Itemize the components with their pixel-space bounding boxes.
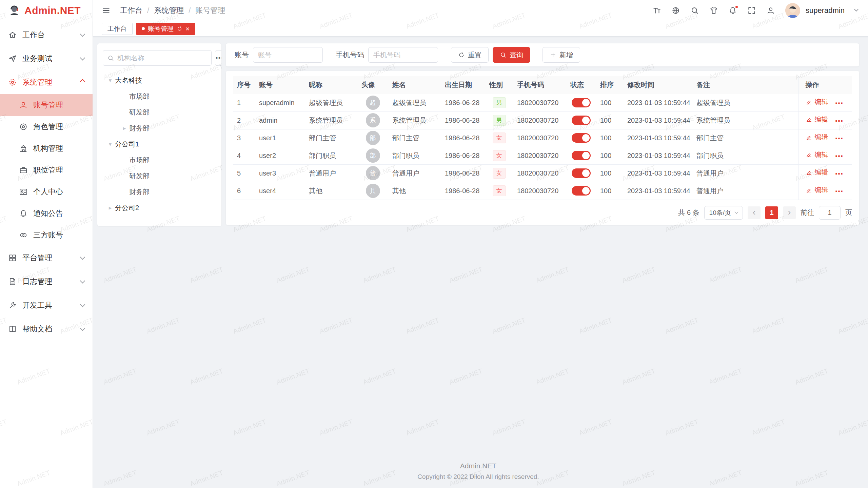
edit-button-label: 编辑 — [815, 150, 828, 159]
caret-down-icon[interactable]: ▾ — [105, 141, 115, 148]
status-toggle[interactable] — [572, 168, 591, 178]
sidebar-item-platform-management[interactable]: 平台管理 — [0, 246, 93, 270]
app-logo[interactable]: Admin.NET — [0, 0, 93, 21]
prev-page-button[interactable]: ‹ — [748, 206, 761, 219]
submenu-system-management: 账号管理角色管理机构管理职位管理个人中心通知公告三方账号 — [0, 94, 93, 246]
more-actions-icon[interactable]: ⋯ — [835, 151, 843, 161]
sidebar-item-business-test[interactable]: 业务测试 — [0, 47, 93, 70]
breadcrumb-item-system-management[interactable]: 系统管理 — [154, 5, 184, 16]
org-search-input[interactable] — [117, 54, 207, 62]
close-icon[interactable]: × — [185, 25, 190, 32]
more-actions-icon[interactable]: ⋯ — [835, 169, 843, 178]
fullscreen-icon[interactable] — [747, 6, 756, 15]
tree-node[interactable]: ▾大名科技 — [103, 73, 216, 88]
hamburger-menu-icon[interactable] — [102, 6, 111, 15]
sidebar-item-role-management[interactable]: 角色管理 — [0, 116, 93, 138]
caret-down-icon[interactable]: ▾ — [105, 77, 115, 84]
edit-button[interactable]: 编辑 — [806, 133, 828, 142]
tree-node[interactable]: 研发部 — [103, 168, 216, 184]
caret-right-icon[interactable]: ▸ — [120, 125, 129, 132]
edit-button[interactable]: 编辑 — [806, 185, 828, 195]
org-tree: ▾大名科技市场部研发部▸财务部▾分公司1市场部研发部财务部▸分公司2 — [103, 73, 216, 216]
cell-phone: 18020030720 — [513, 111, 566, 129]
user-icon[interactable] — [766, 6, 775, 15]
sidebar-item-system-management[interactable]: 系统管理 — [0, 70, 93, 94]
cell-account: user2 — [255, 147, 305, 164]
page-number-button[interactable]: 1 — [765, 206, 778, 219]
bell-icon[interactable] — [728, 6, 737, 15]
font-size-icon[interactable] — [652, 6, 661, 15]
more-actions-icon[interactable]: ⋯ — [835, 99, 843, 108]
search-button[interactable]: 查询 — [493, 47, 530, 63]
cell-name: 其他 — [388, 182, 441, 200]
cell-name: 部门主管 — [388, 129, 441, 147]
chevron-down-icon — [80, 55, 85, 60]
edit-button[interactable]: 编辑 — [806, 150, 828, 159]
chevron-down-icon — [734, 210, 738, 214]
status-toggle[interactable] — [572, 116, 591, 125]
cell-actions: 编辑⋯ — [798, 147, 852, 164]
breadcrumb-item-current: 账号管理 — [195, 5, 225, 16]
phone-filter-input[interactable] — [368, 47, 438, 63]
sidebar-item-org-management[interactable]: 机构管理 — [0, 138, 93, 159]
more-actions-icon[interactable]: ⋯ — [835, 116, 843, 125]
cell-avatar: 部 — [357, 129, 388, 147]
username[interactable]: superadmin — [806, 6, 845, 15]
tree-node[interactable]: 市场部 — [103, 152, 216, 168]
cell-nickname: 超级管理员 — [305, 94, 357, 111]
add-button[interactable]: 新增 — [542, 47, 580, 63]
more-options-button[interactable]: ⋯ — [215, 50, 221, 66]
tree-node[interactable]: ▾分公司1 — [103, 136, 216, 152]
sidebar-item-dev-tools[interactable]: 开发工具 — [0, 293, 93, 317]
sidebar-item-workbench[interactable]: 工作台 — [0, 23, 93, 47]
more-actions-icon[interactable]: ⋯ — [835, 134, 843, 143]
sidebar-item-label: 日志管理 — [22, 277, 81, 287]
tab-account-management[interactable]: 账号管理 × — [136, 23, 195, 35]
reset-button[interactable]: 重置 — [451, 47, 489, 63]
caret-right-icon[interactable]: ▸ — [105, 204, 115, 211]
edit-button[interactable]: 编辑 — [806, 97, 828, 106]
globe-icon[interactable] — [671, 6, 680, 15]
tree-node[interactable]: 研发部 — [103, 104, 216, 120]
search-icon[interactable] — [690, 6, 699, 15]
cell-actions: 编辑⋯ — [798, 182, 852, 200]
page-size-select[interactable]: 10条/页 — [704, 206, 743, 220]
edit-button[interactable]: 编辑 — [806, 115, 828, 124]
gender-tag: 男 — [493, 115, 506, 126]
footer-copyright: Copyright © 2022 Dilon All rights reserv… — [97, 473, 859, 481]
cell-phone: 18020030720 — [513, 94, 566, 111]
sidebar-item-position-management[interactable]: 职位管理 — [0, 159, 93, 181]
status-toggle[interactable] — [572, 133, 591, 143]
status-toggle[interactable] — [572, 98, 591, 107]
cell-order: 100 — [596, 164, 623, 182]
more-actions-icon[interactable]: ⋯ — [835, 187, 843, 196]
sidebar-item-notice-announcement[interactable]: 通知公告 — [0, 203, 93, 224]
tree-node[interactable]: ▸分公司2 — [103, 200, 216, 216]
tree-node[interactable]: ▸财务部 — [103, 120, 216, 136]
breadcrumb-item-workbench[interactable]: 工作台 — [120, 5, 142, 16]
sidebar-item-third-party-account[interactable]: 三方账号 — [0, 224, 93, 246]
gear-icon — [8, 78, 17, 87]
sidebar-item-log-management[interactable]: 日志管理 — [0, 270, 93, 293]
chevron-down-icon[interactable] — [854, 7, 859, 12]
sidebar-item-profile-center[interactable]: 个人中心 — [0, 181, 93, 203]
edit-button-label: 编辑 — [815, 133, 828, 142]
account-filter-input[interactable] — [253, 47, 323, 63]
sidebar-item-help-docs[interactable]: 帮助文档 — [0, 317, 93, 341]
tree-node[interactable]: 市场部 — [103, 88, 216, 104]
next-page-button[interactable]: › — [783, 206, 796, 219]
tree-node[interactable]: 财务部 — [103, 184, 216, 200]
tree-node-label: 财务部 — [129, 187, 150, 197]
sidebar-item-account-management[interactable]: 账号管理 — [0, 94, 93, 116]
status-toggle[interactable] — [572, 151, 591, 160]
theme-icon[interactable] — [709, 6, 718, 15]
cell-avatar: 系 — [357, 111, 388, 129]
avatar[interactable] — [785, 3, 800, 18]
goto-page-input[interactable] — [819, 206, 841, 220]
edit-button[interactable]: 编辑 — [806, 168, 828, 177]
status-toggle[interactable] — [572, 186, 591, 196]
tree-node-label: 分公司1 — [115, 140, 139, 149]
refresh-icon[interactable] — [177, 26, 182, 32]
tab-workbench[interactable]: 工作台 — [102, 23, 133, 35]
sidebar-item-label: 三方账号 — [33, 230, 93, 240]
